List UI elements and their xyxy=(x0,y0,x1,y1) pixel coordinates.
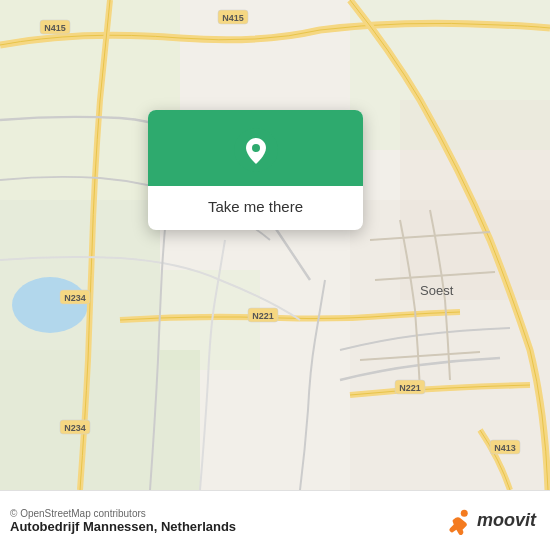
n413-label: N413 xyxy=(494,443,516,453)
osm-credit: © OpenStreetMap contributors xyxy=(10,508,236,519)
map-svg: N415 N415 N234 N234 N221 N221 N413 Soest xyxy=(0,0,550,490)
moovit-text: moovit xyxy=(477,510,536,531)
map-pin-icon xyxy=(234,128,278,172)
svg-point-6 xyxy=(12,277,88,333)
popup-card-header xyxy=(148,110,363,186)
n234-label-2: N234 xyxy=(64,423,86,433)
soest-label: Soest xyxy=(420,283,454,298)
n415-label-1: N415 xyxy=(44,23,66,33)
moovit-icon xyxy=(445,507,473,535)
moovit-logo: moovit xyxy=(445,507,536,535)
popup-card: Take me there xyxy=(148,110,363,230)
n415-label-2: N415 xyxy=(222,13,244,23)
take-me-there-button[interactable]: Take me there xyxy=(208,198,303,215)
svg-rect-5 xyxy=(0,350,200,490)
svg-point-18 xyxy=(461,509,468,516)
svg-rect-2 xyxy=(0,200,160,350)
bottom-bar: © OpenStreetMap contributors Autobedrijf… xyxy=(0,490,550,550)
map-container: N415 N415 N234 N234 N221 N221 N413 Soest xyxy=(0,0,550,490)
n221-label-2: N221 xyxy=(399,383,421,393)
bottom-left: © OpenStreetMap contributors Autobedrijf… xyxy=(10,508,236,534)
location-name: Autobedrijf Mannessen, Netherlands xyxy=(10,519,236,534)
popup-card-body: Take me there xyxy=(192,186,319,230)
n221-label-1: N221 xyxy=(252,311,274,321)
n234-label-1: N234 xyxy=(64,293,86,303)
svg-point-17 xyxy=(252,144,260,152)
